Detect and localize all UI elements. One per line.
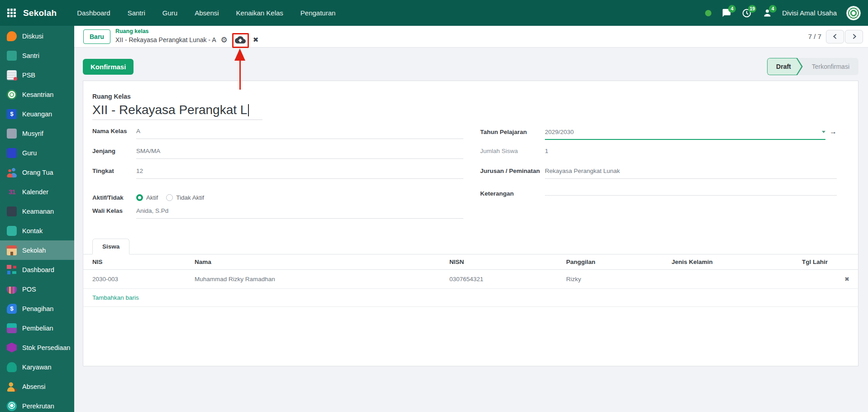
sidebar-label: Keamanan — [22, 208, 54, 215]
messages-icon[interactable]: 4 — [721, 8, 732, 19]
field-label-jurusan-peminatan: Jurusan / Peminatan — [480, 168, 545, 174]
cell-jenis-kelamin[interactable] — [670, 270, 800, 289]
column-header-nisn[interactable]: NISN — [448, 254, 564, 270]
jurusan-peminatan-field[interactable]: Rekayasa Perangkat Lunak — [545, 168, 837, 179]
radio-option-tidak-aktif[interactable]: Tidak Aktif — [166, 194, 204, 201]
breadcrumb-parent-link[interactable]: Ruang kelas — [115, 28, 258, 35]
activities-icon[interactable]: 19 — [741, 8, 752, 19]
purchase-icon — [7, 323, 17, 333]
sidebar-item-kalender[interactable]: 31Kalender — [0, 182, 74, 201]
requests-badge: 4 — [769, 5, 777, 13]
apps-grid-icon[interactable] — [7, 9, 16, 17]
column-header-jenis-kelamin[interactable]: Jenis Kelamin — [670, 254, 800, 270]
parents-icon — [7, 168, 17, 177]
finance-dollar-icon — [7, 109, 17, 119]
sidebar-item-guru[interactable]: Guru — [0, 143, 74, 163]
sidebar-item-pos[interactable]: POS — [0, 279, 74, 299]
school-building-icon — [7, 245, 17, 255]
nav-guru[interactable]: Guru — [154, 0, 186, 26]
tab-siswa[interactable]: Siswa — [92, 239, 129, 254]
column-header-tgl-lahir[interactable]: Tgl Lahir — [800, 254, 841, 270]
sidebar-label: Orang Tua — [22, 169, 53, 176]
status-terkonfirmasi[interactable]: Terkonfirmasi — [803, 58, 858, 75]
title-value: XII - Rekayasa Perangkat L — [92, 103, 247, 117]
student-icon — [7, 51, 17, 61]
sidebar-item-perekrutan[interactable]: Perekrutan — [0, 396, 74, 412]
cell-nisn[interactable]: 0307654321 — [448, 270, 564, 289]
sidebar-item-orang-tua[interactable]: Orang Tua — [0, 163, 74, 182]
notebook: Siswa NIS Nama NISN Panggilan Jenis Kela… — [83, 238, 858, 307]
keterangan-field[interactable] — [545, 187, 837, 196]
gear-icon[interactable]: ⚙ — [220, 35, 227, 45]
sidebar-item-dashboard[interactable]: Dashboard — [0, 260, 74, 279]
nav-absensi[interactable]: Absensi — [186, 0, 227, 26]
sidebar-item-pembelian[interactable]: Pembelian — [0, 318, 74, 338]
sidebar-item-absensi[interactable]: Absensi — [0, 377, 74, 396]
cell-nis[interactable]: 2030-003 — [83, 270, 193, 289]
field-label-jumlah-siswa: Jumlah Siswa — [480, 148, 545, 154]
wali-kelas-field[interactable]: Anida, S.Pd — [136, 207, 463, 219]
nav-kenaikan-kelas[interactable]: Kenaikan Kelas — [228, 0, 292, 26]
internal-link-arrow-icon[interactable]: → — [830, 128, 837, 136]
sidebar-item-sekolah[interactable]: Sekolah — [0, 240, 74, 260]
confirm-button[interactable]: Konfirmasi — [83, 59, 134, 75]
sidebar-item-musyrif[interactable]: Musyrif — [0, 124, 74, 143]
radio-option-aktif[interactable]: Aktif — [136, 194, 158, 201]
sidebar-item-penagihan[interactable]: Penagihan — [0, 299, 74, 318]
form-view: Konfirmasi Draft Terkonfirmasi Ruang Kel… — [74, 48, 868, 412]
requests-icon[interactable]: 4 — [762, 8, 773, 19]
breadcrumb: Ruang kelas XII - Rekayasa Perangkat Lun… — [115, 28, 258, 45]
cloud-upload-save-icon[interactable] — [234, 35, 246, 44]
sidebar-item-diskusi[interactable]: Diskusi — [0, 26, 74, 46]
activities-badge: 19 — [748, 5, 756, 13]
column-header-nama[interactable]: Nama — [193, 254, 448, 270]
nav-pengaturan[interactable]: Pengaturan — [292, 0, 344, 26]
sidebar-item-kesantrian[interactable]: Kesantrian — [0, 85, 74, 104]
radio-unselected-icon[interactable] — [166, 194, 173, 201]
cell-panggilan[interactable]: Rizky — [564, 270, 670, 289]
form-sheet: Ruang Kelas XII - Rekayasa Perangkat L N… — [83, 81, 858, 366]
radio-selected-icon[interactable] — [136, 194, 143, 201]
chevron-down-icon[interactable] — [822, 131, 825, 133]
radio-label: Aktif — [146, 194, 158, 201]
cell-tgl-lahir[interactable] — [800, 270, 841, 289]
registration-document-icon — [7, 70, 17, 80]
table-row[interactable]: 2030-003 Muhammad Rizky Ramadhan 0307654… — [83, 270, 858, 289]
app-brand[interactable]: Sekolah — [23, 8, 57, 18]
sidebar-label: POS — [22, 286, 36, 293]
add-row-link[interactable]: Tambahkan baris — [83, 289, 858, 307]
sidebar-label: Absensi — [22, 383, 46, 390]
calendar-31-icon: 31 — [7, 187, 17, 197]
tahun-pelajaran-field[interactable]: 2029/2030 — [545, 129, 825, 140]
sidebar-item-keamanan[interactable]: Keamanan — [0, 201, 74, 221]
sidebar-item-keuangan[interactable]: Keuangan — [0, 104, 74, 124]
ruang-kelas-title-input[interactable]: XII - Rekayasa Perangkat L — [92, 103, 262, 120]
column-header-actions — [841, 254, 858, 270]
status-draft[interactable]: Draft — [767, 58, 803, 75]
cell-nama[interactable]: Muhammad Rizky Ramadhan — [193, 270, 448, 289]
nav-santri[interactable]: Santri — [119, 0, 154, 26]
status-terkonfirmasi-label: Terkonfirmasi — [812, 63, 849, 70]
user-avatar[interactable] — [846, 6, 861, 20]
company-name[interactable]: Divisi Amal Usaha — [782, 9, 837, 17]
pager-previous-button[interactable] — [826, 30, 844, 43]
delete-row-icon[interactable]: ✖ — [841, 270, 858, 289]
sidebar-item-stok-persediaan[interactable]: Stok Persediaan — [0, 338, 74, 357]
discard-x-icon[interactable]: ✖ — [253, 36, 259, 44]
nav-dashboard[interactable]: Dashboard — [68, 0, 119, 26]
sidebar-label: Santri — [22, 52, 39, 59]
sidebar-item-psb[interactable]: PSB — [0, 65, 74, 85]
sidebar-item-kontak[interactable]: Kontak — [0, 221, 74, 240]
new-button[interactable]: Baru — [83, 29, 110, 44]
sidebar-item-santri[interactable]: Santri — [0, 46, 74, 65]
nama-kelas-field[interactable]: A — [136, 128, 463, 139]
tingkat-field[interactable]: 12 — [136, 168, 463, 179]
column-header-panggilan[interactable]: Panggilan — [564, 254, 670, 270]
pesantren-emblem-icon — [7, 90, 17, 100]
sidebar-item-karyawan[interactable]: Karyawan — [0, 357, 74, 377]
jenjang-field[interactable]: SMA/MA — [136, 148, 463, 159]
column-header-nis[interactable]: NIS — [83, 254, 193, 270]
add-row[interactable]: Tambahkan baris — [83, 289, 858, 307]
pager-next-button[interactable] — [845, 30, 863, 43]
navbar-right: 4 19 4 Divisi Amal Usaha — [705, 6, 868, 20]
